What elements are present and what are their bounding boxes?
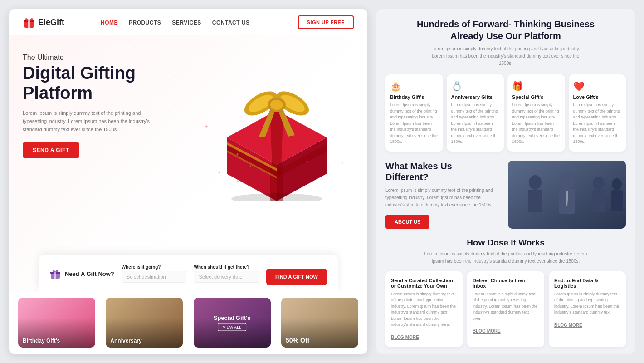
website-mockup: EleGift HOME PRODUCTS SERVICES CONTACT U… bbox=[9, 9, 367, 354]
makes-description: Lorem Ipsum is simply dummy text of the … bbox=[385, 187, 501, 209]
svg-rect-33 bbox=[54, 272, 56, 279]
category-special-badge: Special Gift's VIEW ALL bbox=[214, 314, 251, 331]
love-gift-icon: ❤️ bbox=[573, 81, 622, 92]
about-us-button[interactable]: ABOUT US bbox=[385, 215, 429, 229]
signup-button[interactable]: SIGN UP FREE bbox=[298, 15, 354, 29]
hero-subtitle: The Ultimate bbox=[23, 54, 181, 62]
feature-special-desc: Lorem Ipsum is simply dummy text of the … bbox=[512, 102, 561, 145]
blog-more-logistics[interactable]: BLOG MORE bbox=[554, 323, 582, 328]
delivery-label: When should it get there? bbox=[194, 265, 259, 270]
category-special-view-btn[interactable]: VIEW ALL bbox=[218, 323, 246, 331]
category-birthday[interactable]: Birthday Gift's bbox=[18, 298, 95, 348]
how-description: Lorem Ipsum is simply dummy text of the … bbox=[424, 250, 587, 265]
gift-finder-label-wrap: Need A Gift Now? bbox=[49, 268, 114, 280]
category-special[interactable]: Special Gift's VIEW ALL bbox=[194, 298, 271, 348]
hundreds-title: Hundreds of Forward- Thinking Business A… bbox=[385, 18, 626, 42]
feature-card-anniversary: 💍 Anniversary Gifts Lorem Ipsum is simpl… bbox=[447, 74, 504, 152]
video-background bbox=[508, 161, 626, 229]
svg-text:✦: ✦ bbox=[331, 176, 333, 179]
send-gift-button[interactable]: SEND A GIFT bbox=[23, 142, 79, 158]
nav-home[interactable]: HOME bbox=[101, 18, 118, 26]
svg-point-37 bbox=[560, 172, 574, 189]
feature-birthday-desc: Lorem Ipsum is simply dummy text of the … bbox=[390, 102, 439, 145]
hundreds-section: Hundreds of Forward- Thinking Business A… bbox=[385, 18, 626, 67]
destination-label: Where is it going? bbox=[122, 265, 187, 270]
delivery-field: When should it get there? Select deliver… bbox=[194, 265, 259, 283]
hero-description: Lorem Ipsum is simply dummy text of the … bbox=[23, 109, 159, 133]
svg-text:✦: ✦ bbox=[340, 161, 344, 166]
gift-box-image: ✦ ✦ ✦ ✦ ✦ ✦ ✦ bbox=[190, 38, 363, 201]
special-gift-icon: 🎁 bbox=[512, 81, 561, 92]
makes-different-section: What Makes Us Different? Lorem Ipsum is … bbox=[385, 161, 626, 229]
destination-field: Where is it going? Select destination bbox=[122, 265, 187, 283]
svg-text:✦: ✦ bbox=[317, 184, 321, 188]
logo: EleGift bbox=[23, 16, 64, 29]
how-card-deliver: Deliver Choice to their Inbox Lorem Ipsu… bbox=[467, 271, 544, 347]
svg-rect-40 bbox=[592, 190, 605, 212]
nav-products[interactable]: PRODUCTS bbox=[129, 18, 161, 26]
anniversary-icon: 💍 bbox=[451, 81, 500, 92]
how-card-curated-title: Send a Curated Collection or Customize Y… bbox=[391, 278, 457, 289]
feature-card-love: ❤️ Love Gift's Lorem Ipsum is simply dum… bbox=[569, 74, 626, 152]
makes-text: What Makes Us Different? Lorem Ipsum is … bbox=[385, 161, 501, 229]
category-section: Birthday Gift's Anniversary Special Gift… bbox=[9, 292, 367, 354]
category-anniversary-label: Anniversary bbox=[110, 338, 141, 344]
how-card-logistics-title: End-to-End Data & Logistics bbox=[554, 278, 620, 289]
svg-point-25 bbox=[270, 100, 283, 110]
category-special-badge-text: Special Gift's bbox=[214, 314, 251, 321]
category-anniversary[interactable]: Anniversary bbox=[106, 298, 183, 348]
feature-card-special: 🎁 Special Gift's Lorem Ipsum is simply d… bbox=[507, 74, 565, 152]
how-card-logistics: End-to-End Data & Logistics Lorem Ipsum … bbox=[549, 271, 626, 347]
svg-point-35 bbox=[529, 175, 542, 190]
category-discount[interactable]: 50% Off bbox=[281, 298, 358, 348]
how-card-curated: Send a Curated Collection or Customize Y… bbox=[385, 271, 463, 347]
how-card-logistics-desc: Lorem Ipsum is simply dummy text of the … bbox=[554, 291, 620, 316]
makes-title: What Makes Us Different? bbox=[385, 161, 501, 182]
svg-point-39 bbox=[593, 177, 605, 190]
blog-more-curated[interactable]: BLOG MORE bbox=[391, 335, 419, 340]
navbar: EleGift HOME PRODUCTS SERVICES CONTACT U… bbox=[9, 9, 367, 35]
gift-box-small-icon bbox=[49, 268, 61, 280]
how-card-curated-desc: Lorem Ipsum is simply dummy text of the … bbox=[391, 291, 457, 328]
feature-love-title: Love Gift's bbox=[573, 94, 622, 100]
category-birthday-label: Birthday Gift's bbox=[23, 338, 60, 344]
svg-text:✦: ✦ bbox=[249, 165, 252, 167]
svg-rect-2 bbox=[28, 20, 30, 28]
svg-text:✦: ✦ bbox=[306, 160, 308, 163]
how-cards-grid: Send a Curated Collection or Customize Y… bbox=[385, 271, 626, 347]
how-card-deliver-title: Deliver Choice to their Inbox bbox=[473, 278, 539, 289]
feature-special-title: Special Gift's bbox=[512, 94, 561, 100]
svg-rect-36 bbox=[528, 190, 542, 212]
delivery-select[interactable]: Select delivery date bbox=[194, 271, 259, 283]
right-panel: Hundreds of Forward- Thinking Business A… bbox=[376, 9, 635, 354]
gift-finder-bar: Need A Gift Now? Where is it going? Sele… bbox=[39, 255, 338, 292]
svg-rect-42 bbox=[611, 190, 623, 211]
feature-birthday-title: Birthday Gift's bbox=[390, 94, 439, 100]
svg-text:✦: ✦ bbox=[290, 150, 293, 154]
feature-love-desc: Lorem Ipsum is simply dummy text of the … bbox=[573, 102, 622, 145]
nav-services[interactable]: SERVICES bbox=[172, 18, 201, 26]
how-section: How Dose It Works Lorem Ipsum is simply … bbox=[385, 238, 626, 265]
brand-name: EleGift bbox=[38, 18, 64, 27]
video-silhouettes bbox=[508, 161, 626, 229]
hero-section: The Ultimate Digital Gifting Platform Lo… bbox=[9, 35, 367, 292]
svg-text:✦: ✦ bbox=[218, 171, 221, 175]
hero-content: The Ultimate Digital Gifting Platform Lo… bbox=[23, 44, 181, 158]
category-discount-label: 50% Off bbox=[286, 337, 309, 344]
how-card-deliver-desc: Lorem Ipsum is simply dummy text of the … bbox=[473, 291, 539, 322]
destination-select[interactable]: Select destination bbox=[122, 271, 187, 283]
feature-cards-grid: 🎂 Birthday Gift's Lorem Ipsum is simply … bbox=[385, 74, 626, 152]
gift-finder-title: Need A Gift Now? bbox=[65, 270, 114, 277]
svg-text:✦: ✦ bbox=[254, 190, 256, 192]
find-gift-button[interactable]: FIND A GIFT NOW bbox=[266, 269, 327, 285]
feature-anniversary-desc: Lorem Ipsum is simply dummy text of the … bbox=[451, 102, 500, 145]
nav-contact[interactable]: CONTACT US bbox=[212, 18, 250, 26]
blog-more-deliver[interactable]: BLOG MORE bbox=[473, 329, 501, 334]
nav-links: HOME PRODUCTS SERVICES CONTACT US bbox=[101, 18, 250, 26]
birthday-icon: 🎂 bbox=[390, 81, 439, 92]
svg-text:✦: ✦ bbox=[204, 123, 209, 130]
how-title: How Dose It Works bbox=[385, 238, 626, 248]
feature-anniversary-title: Anniversary Gifts bbox=[451, 94, 500, 100]
svg-point-30 bbox=[231, 193, 322, 201]
makes-video[interactable] bbox=[508, 161, 626, 229]
